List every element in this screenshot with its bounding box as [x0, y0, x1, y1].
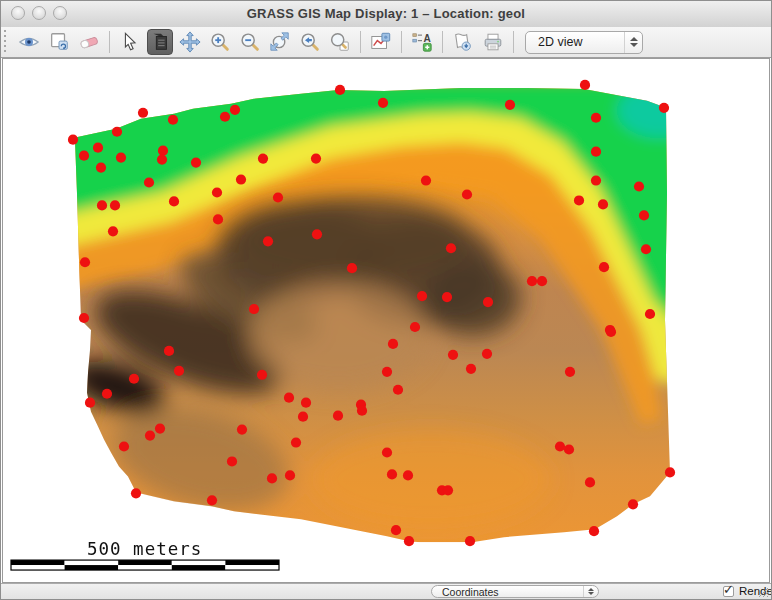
- pan-button[interactable]: [177, 29, 203, 55]
- add-overlay-icon: A: [411, 31, 433, 53]
- display-map-eye-icon: [18, 31, 40, 53]
- zoom-previous-icon: [299, 31, 321, 53]
- scale-bar: 500 meters: [11, 539, 279, 570]
- display-map-button[interactable]: [16, 29, 42, 55]
- zoom-in-button[interactable]: [207, 29, 233, 55]
- svg-text:A: A: [423, 33, 431, 44]
- map-render: 500 meters: [3, 59, 769, 582]
- save-display-icon: [452, 31, 474, 53]
- zoom-extent-button[interactable]: [267, 29, 293, 55]
- stepper-arrows-icon: [583, 586, 598, 597]
- render-map-icon: [48, 31, 70, 53]
- analyze-map-button[interactable]: [368, 29, 394, 55]
- raster-surface: [56, 76, 701, 554]
- map-toolbar: A 2D vi: [1, 27, 771, 58]
- scale-bar-label: 500 meters: [87, 539, 202, 559]
- map-canvas[interactable]: 500 meters: [2, 58, 770, 583]
- toolbar-separator: [109, 31, 110, 53]
- grass-map-display-window: GRASS GIS Map Display: 1 – Location: geo…: [0, 0, 772, 600]
- zoom-extent-icon: [269, 31, 291, 53]
- window-title: GRASS GIS Map Display: 1 – Location: geo…: [1, 6, 771, 21]
- toolbar-separator: [360, 31, 361, 53]
- view-mode-dropdown[interactable]: 2D view: [525, 31, 643, 54]
- erase-display-button[interactable]: [76, 29, 102, 55]
- zoom-out-button[interactable]: [237, 29, 263, 55]
- save-display-button[interactable]: [450, 29, 476, 55]
- toolbar-separator: [513, 31, 514, 53]
- view-mode-value: 2D view: [526, 35, 624, 49]
- status-bar: Coordinates ✓ Render: [1, 583, 771, 599]
- printer-icon: [482, 31, 504, 53]
- query-button[interactable]: [147, 29, 173, 55]
- analyze-chart-icon: [370, 31, 392, 53]
- checkmark-icon: ✓: [723, 582, 734, 597]
- zoom-in-icon: [209, 31, 231, 53]
- statusbar-mode-dropdown[interactable]: Coordinates: [431, 585, 599, 598]
- zoom-region-button[interactable]: [327, 29, 353, 55]
- render-map-button[interactable]: [46, 29, 72, 55]
- print-display-button[interactable]: [480, 29, 506, 55]
- resize-grip[interactable]: [756, 585, 769, 598]
- statusbar-mode-value: Coordinates: [432, 586, 583, 598]
- render-checkbox[interactable]: ✓: [723, 586, 734, 597]
- title-bar: GRASS GIS Map Display: 1 – Location: geo…: [1, 1, 771, 28]
- toolbar-separator: [442, 31, 443, 53]
- pointer-button[interactable]: [117, 29, 143, 55]
- zoom-out-icon: [239, 31, 261, 53]
- pointer-cursor-icon: [119, 31, 141, 53]
- toolbar-separator: [401, 31, 402, 53]
- stepper-arrows-icon: [624, 32, 642, 53]
- zoom-region-icon: [329, 31, 351, 53]
- query-raster-icon: [149, 31, 171, 53]
- eraser-icon: [78, 31, 100, 53]
- toolbar-grip[interactable]: [3, 30, 8, 54]
- pan-arrows-icon: [179, 31, 201, 53]
- add-overlay-button[interactable]: A: [409, 29, 435, 55]
- zoom-previous-button[interactable]: [297, 29, 323, 55]
